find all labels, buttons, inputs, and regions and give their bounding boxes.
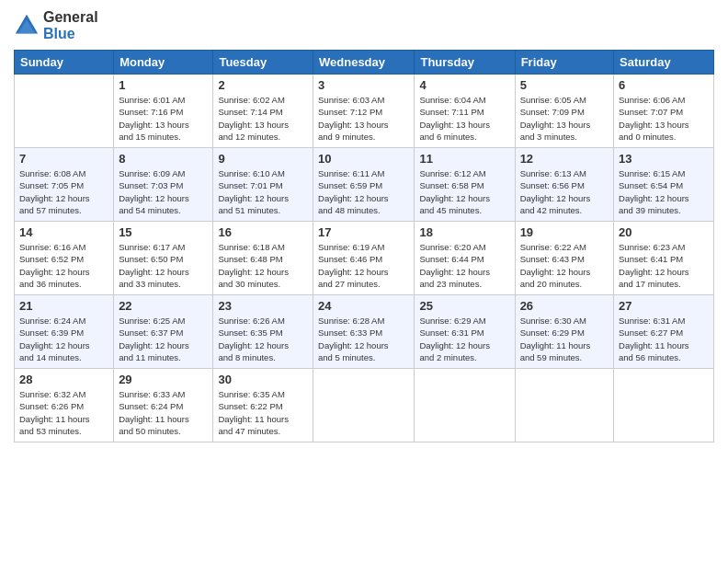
day-info: Sunrise: 6:22 AM Sunset: 6:43 PM Dayligh… — [520, 241, 609, 290]
week-row-2: 7Sunrise: 6:08 AM Sunset: 7:05 PM Daylig… — [15, 148, 714, 222]
calendar-cell: 8Sunrise: 6:09 AM Sunset: 7:03 PM Daylig… — [114, 148, 213, 222]
calendar-cell — [515, 369, 613, 442]
day-number: 26 — [520, 299, 609, 313]
weekday-header-monday: Monday — [114, 51, 213, 75]
day-info: Sunrise: 6:02 AM Sunset: 7:14 PM Dayligh… — [218, 94, 308, 143]
day-info: Sunrise: 6:11 AM Sunset: 6:59 PM Dayligh… — [318, 167, 409, 216]
day-number: 20 — [619, 225, 709, 239]
calendar-cell: 29Sunrise: 6:33 AM Sunset: 6:24 PM Dayli… — [114, 369, 213, 442]
calendar-cell: 16Sunrise: 6:18 AM Sunset: 6:48 PM Dayli… — [213, 222, 313, 295]
calendar-cell: 9Sunrise: 6:10 AM Sunset: 7:01 PM Daylig… — [213, 148, 313, 222]
calendar-cell: 1Sunrise: 6:01 AM Sunset: 7:16 PM Daylig… — [114, 75, 213, 148]
day-info: Sunrise: 6:32 AM Sunset: 6:26 PM Dayligh… — [19, 388, 108, 437]
calendar-cell — [614, 369, 714, 442]
day-number: 7 — [19, 152, 108, 166]
calendar-cell: 15Sunrise: 6:17 AM Sunset: 6:50 PM Dayli… — [114, 222, 213, 295]
day-info: Sunrise: 6:13 AM Sunset: 6:56 PM Dayligh… — [520, 167, 609, 216]
day-number: 10 — [318, 152, 409, 166]
week-row-1: 1Sunrise: 6:01 AM Sunset: 7:16 PM Daylig… — [15, 75, 714, 148]
day-number: 16 — [218, 225, 308, 239]
day-info: Sunrise: 6:28 AM Sunset: 6:33 PM Dayligh… — [318, 315, 409, 363]
day-info: Sunrise: 6:04 AM Sunset: 7:11 PM Dayligh… — [419, 94, 509, 143]
calendar-cell: 14Sunrise: 6:16 AM Sunset: 6:52 PM Dayli… — [15, 222, 114, 295]
calendar-cell: 23Sunrise: 6:26 AM Sunset: 6:35 PM Dayli… — [213, 295, 313, 369]
day-number: 2 — [218, 78, 308, 92]
day-number: 4 — [419, 78, 509, 92]
calendar-cell — [415, 369, 515, 442]
day-info: Sunrise: 6:26 AM Sunset: 6:35 PM Dayligh… — [218, 315, 308, 363]
week-row-4: 21Sunrise: 6:24 AM Sunset: 6:39 PM Dayli… — [15, 295, 714, 369]
day-number: 22 — [119, 299, 208, 313]
calendar-cell: 24Sunrise: 6:28 AM Sunset: 6:33 PM Dayli… — [313, 295, 415, 369]
day-number: 13 — [619, 152, 709, 166]
day-number: 12 — [520, 152, 609, 166]
weekday-header-wednesday: Wednesday — [313, 51, 415, 75]
day-number: 30 — [218, 373, 308, 386]
day-info: Sunrise: 6:25 AM Sunset: 6:37 PM Dayligh… — [119, 315, 208, 363]
week-row-3: 14Sunrise: 6:16 AM Sunset: 6:52 PM Dayli… — [15, 222, 714, 295]
day-number: 11 — [419, 152, 509, 166]
calendar-cell: 20Sunrise: 6:23 AM Sunset: 6:41 PM Dayli… — [614, 222, 714, 295]
day-info: Sunrise: 6:33 AM Sunset: 6:24 PM Dayligh… — [119, 388, 208, 437]
day-number: 6 — [619, 78, 709, 92]
weekday-header-saturday: Saturday — [614, 51, 714, 75]
logo: General Blue — [14, 9, 98, 42]
day-info: Sunrise: 6:17 AM Sunset: 6:50 PM Dayligh… — [119, 241, 208, 290]
day-info: Sunrise: 6:30 AM Sunset: 6:29 PM Dayligh… — [520, 315, 609, 363]
day-info: Sunrise: 6:19 AM Sunset: 6:46 PM Dayligh… — [318, 241, 409, 290]
calendar-cell — [15, 75, 114, 148]
calendar-cell: 13Sunrise: 6:15 AM Sunset: 6:54 PM Dayli… — [614, 148, 714, 222]
day-info: Sunrise: 6:31 AM Sunset: 6:27 PM Dayligh… — [619, 315, 709, 363]
day-number: 9 — [218, 152, 308, 166]
day-number: 23 — [218, 299, 308, 313]
day-info: Sunrise: 6:08 AM Sunset: 7:05 PM Dayligh… — [19, 167, 108, 216]
day-number: 28 — [19, 373, 108, 386]
calendar-page: General Blue SundayMondayTuesdayWednesda… — [0, 0, 728, 563]
weekday-header-thursday: Thursday — [415, 51, 515, 75]
calendar-cell: 18Sunrise: 6:20 AM Sunset: 6:44 PM Dayli… — [415, 222, 515, 295]
day-number: 29 — [119, 373, 208, 386]
day-number: 19 — [520, 225, 609, 239]
calendar-cell: 3Sunrise: 6:03 AM Sunset: 7:12 PM Daylig… — [313, 75, 415, 148]
weekday-header-sunday: Sunday — [15, 51, 114, 75]
day-info: Sunrise: 6:35 AM Sunset: 6:22 PM Dayligh… — [218, 388, 308, 437]
day-info: Sunrise: 6:16 AM Sunset: 6:52 PM Dayligh… — [19, 241, 108, 290]
day-info: Sunrise: 6:23 AM Sunset: 6:41 PM Dayligh… — [619, 241, 709, 290]
calendar-cell: 21Sunrise: 6:24 AM Sunset: 6:39 PM Dayli… — [15, 295, 114, 369]
day-info: Sunrise: 6:15 AM Sunset: 6:54 PM Dayligh… — [619, 167, 709, 216]
calendar-cell: 22Sunrise: 6:25 AM Sunset: 6:37 PM Dayli… — [114, 295, 213, 369]
day-number: 14 — [19, 225, 108, 239]
day-info: Sunrise: 6:03 AM Sunset: 7:12 PM Dayligh… — [318, 94, 409, 143]
day-number: 17 — [318, 225, 409, 239]
week-row-5: 28Sunrise: 6:32 AM Sunset: 6:26 PM Dayli… — [15, 369, 714, 442]
calendar-cell: 11Sunrise: 6:12 AM Sunset: 6:58 PM Dayli… — [415, 148, 515, 222]
day-number: 1 — [119, 78, 208, 92]
day-number: 27 — [619, 299, 709, 313]
calendar-cell: 30Sunrise: 6:35 AM Sunset: 6:22 PM Dayli… — [213, 369, 313, 442]
day-number: 8 — [119, 152, 208, 166]
header: General Blue — [14, 9, 714, 42]
calendar-cell: 26Sunrise: 6:30 AM Sunset: 6:29 PM Dayli… — [515, 295, 613, 369]
weekday-header-friday: Friday — [515, 51, 613, 75]
weekday-header-tuesday: Tuesday — [213, 51, 313, 75]
day-number: 24 — [318, 299, 409, 313]
day-info: Sunrise: 6:29 AM Sunset: 6:31 PM Dayligh… — [419, 315, 509, 363]
day-info: Sunrise: 6:01 AM Sunset: 7:16 PM Dayligh… — [119, 94, 208, 143]
calendar-table: SundayMondayTuesdayWednesdayThursdayFrid… — [14, 50, 714, 442]
calendar-cell: 17Sunrise: 6:19 AM Sunset: 6:46 PM Dayli… — [313, 222, 415, 295]
day-number: 5 — [520, 78, 609, 92]
weekday-header-row: SundayMondayTuesdayWednesdayThursdayFrid… — [15, 51, 714, 75]
calendar-cell: 5Sunrise: 6:05 AM Sunset: 7:09 PM Daylig… — [515, 75, 613, 148]
day-number: 25 — [419, 299, 509, 313]
day-info: Sunrise: 6:24 AM Sunset: 6:39 PM Dayligh… — [19, 315, 108, 363]
calendar-cell: 7Sunrise: 6:08 AM Sunset: 7:05 PM Daylig… — [15, 148, 114, 222]
logo-icon — [14, 13, 40, 39]
calendar-cell: 19Sunrise: 6:22 AM Sunset: 6:43 PM Dayli… — [515, 222, 613, 295]
day-info: Sunrise: 6:12 AM Sunset: 6:58 PM Dayligh… — [419, 167, 509, 216]
day-number: 21 — [19, 299, 108, 313]
calendar-cell — [313, 369, 415, 442]
day-info: Sunrise: 6:18 AM Sunset: 6:48 PM Dayligh… — [218, 241, 308, 290]
calendar-cell: 4Sunrise: 6:04 AM Sunset: 7:11 PM Daylig… — [415, 75, 515, 148]
calendar-cell: 10Sunrise: 6:11 AM Sunset: 6:59 PM Dayli… — [313, 148, 415, 222]
calendar-cell: 28Sunrise: 6:32 AM Sunset: 6:26 PM Dayli… — [15, 369, 114, 442]
